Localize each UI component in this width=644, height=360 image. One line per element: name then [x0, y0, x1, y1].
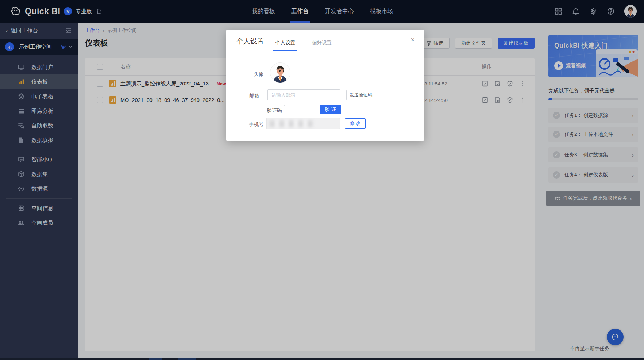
avatar-field-label: 头像 — [254, 71, 263, 78]
modal-title: 个人设置 — [236, 37, 264, 46]
send-code-button[interactable]: 发送验证码 — [346, 90, 375, 100]
close-icon[interactable]: × — [409, 37, 416, 43]
email-field-label: 邮箱 — [249, 93, 259, 99]
code-field-label: 验证码 — [267, 107, 282, 114]
profile-avatar[interactable] — [270, 62, 290, 83]
modify-phone-button[interactable]: 修 改 — [345, 118, 366, 129]
quickbi-app: Quick BI V 专业版 我的看板 工作台 开发者中心 模板市场 — [0, 0, 644, 360]
phone-field-label: 手机号 — [249, 121, 264, 128]
personal-settings-modal: 个人设置 个人设置 偏好设置 × 头像 邮箱 发送验证码 验证码 验 证 手机号… — [226, 30, 424, 141]
tab-preference-settings[interactable]: 偏好设置 — [312, 39, 332, 51]
modal-header: 个人设置 个人设置 偏好设置 × — [226, 30, 424, 51]
verify-button[interactable]: 验 证 — [320, 105, 341, 114]
phone-masked-value — [266, 118, 340, 129]
email-input[interactable] — [267, 89, 340, 100]
modal-tabs: 个人设置 偏好设置 — [275, 30, 332, 51]
code-input[interactable] — [284, 105, 309, 114]
tab-personal-settings[interactable]: 个人设置 — [275, 39, 295, 51]
